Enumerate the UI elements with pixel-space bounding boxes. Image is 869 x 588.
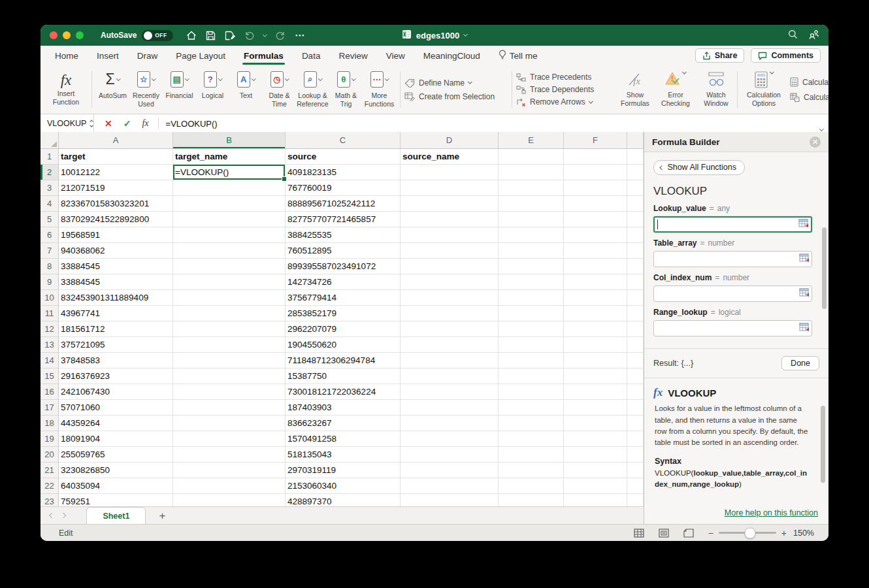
cell-partial[interactable] — [627, 353, 644, 368]
calculate-now-button[interactable]: Calculate Now — [790, 77, 828, 87]
cell-C20[interactable]: 518135043 — [286, 447, 401, 463]
cell-C12[interactable]: 2962207079 — [286, 321, 401, 337]
insert-function-icon[interactable]: fx — [142, 118, 148, 129]
cell-E10[interactable] — [499, 290, 564, 306]
cell-A2[interactable]: 10012122 — [59, 165, 173, 180]
calculation-options-button[interactable]: Calculation Options — [742, 71, 786, 107]
search-icon[interactable] — [788, 29, 798, 42]
cell-B20[interactable] — [173, 447, 286, 463]
cell-A14[interactable]: 37848583 — [59, 353, 173, 368]
cell-C15[interactable]: 15387750 — [286, 368, 401, 384]
formula-input[interactable]: =VLOOKUP() — [166, 119, 218, 129]
lookup-value-input[interactable] — [653, 216, 812, 233]
cell-E13[interactable] — [499, 337, 564, 353]
cell-D13[interactable] — [401, 337, 499, 353]
column-header-C[interactable]: C — [286, 132, 401, 149]
cell-partial[interactable] — [627, 290, 644, 306]
row-header-22[interactable]: 22 — [41, 478, 59, 494]
cell-C4[interactable]: 888895671025242112 — [286, 196, 401, 212]
cell-F7[interactable] — [564, 243, 627, 259]
cell-F14[interactable] — [564, 353, 627, 368]
row-header-16[interactable]: 16 — [41, 384, 59, 400]
ribbon-autosum-button[interactable]: ΣAutoSum — [96, 71, 129, 108]
row-header-1[interactable]: 1 — [41, 149, 59, 165]
cell-D20[interactable] — [401, 447, 499, 463]
cell-partial[interactable] — [627, 321, 644, 337]
presence-people-icon[interactable] — [808, 29, 819, 42]
trace-dependents-button[interactable]: Trace Dependents — [516, 85, 615, 94]
home-icon[interactable] — [186, 31, 197, 41]
cell-B11[interactable] — [173, 306, 286, 321]
cell-A18[interactable]: 44359264 — [59, 416, 173, 431]
ribbon-more-functions-button[interactable]: ⋯More Functions — [363, 71, 396, 108]
cell-E9[interactable] — [499, 274, 564, 290]
row-header-20[interactable]: 20 — [41, 447, 59, 463]
cell-E19[interactable] — [499, 431, 564, 447]
cell-B18[interactable] — [173, 416, 286, 431]
zoom-slider-thumb[interactable] — [745, 527, 756, 538]
cell-A22[interactable]: 64035094 — [59, 478, 173, 494]
create-from-selection-button[interactable]: Create from Selection — [404, 92, 508, 101]
cell-partial[interactable] — [627, 368, 644, 384]
zoom-in-button[interactable]: + — [781, 528, 787, 538]
cell-D16[interactable] — [401, 384, 499, 400]
cell-B4[interactable] — [173, 196, 286, 212]
row-header-3[interactable]: 3 — [41, 180, 59, 196]
row-header-8[interactable]: 8 — [41, 259, 59, 274]
cell-partial[interactable] — [627, 212, 644, 227]
cell-C3[interactable]: 767760019 — [286, 180, 401, 196]
cell-E12[interactable] — [499, 321, 564, 337]
cell-B7[interactable] — [173, 243, 286, 259]
panel-scrollbar[interactable] — [822, 227, 827, 309]
cell-reference-icon[interactable] — [799, 288, 810, 300]
cell-E15[interactable] — [499, 368, 564, 384]
cell-C7[interactable]: 760512895 — [286, 243, 401, 259]
cell-F3[interactable] — [564, 180, 627, 196]
next-sheet-icon[interactable] — [61, 513, 67, 519]
cell-B15[interactable] — [173, 368, 286, 384]
cell-D12[interactable] — [401, 321, 499, 337]
column-header-partial[interactable] — [627, 132, 644, 149]
cell-partial[interactable] — [627, 463, 644, 478]
cell-F6[interactable] — [564, 227, 627, 243]
cell-A17[interactable]: 57071060 — [59, 400, 173, 416]
cell-C21[interactable]: 2970319119 — [286, 463, 401, 478]
cell-F1[interactable] — [564, 149, 627, 165]
cell-F22[interactable] — [564, 478, 627, 494]
tab-draw[interactable]: Draw — [137, 46, 158, 65]
cell-E17[interactable] — [499, 400, 564, 416]
row-header-2[interactable]: 2 — [41, 165, 59, 180]
cell-C8[interactable]: 899395587023491072 — [286, 259, 401, 274]
show-all-functions-button[interactable]: Show All Functions — [653, 160, 745, 175]
cell-partial[interactable] — [627, 447, 644, 463]
cell-D18[interactable] — [401, 416, 499, 431]
cell-A3[interactable]: 212071519 — [59, 180, 173, 196]
cell-F18[interactable] — [564, 416, 627, 431]
cell-E11[interactable] — [499, 306, 564, 321]
row-header-13[interactable]: 13 — [41, 337, 59, 353]
cell-B13[interactable] — [173, 337, 286, 353]
cell-F13[interactable] — [564, 337, 627, 353]
cell-C10[interactable]: 3756779414 — [286, 290, 401, 306]
save-icon[interactable] — [206, 31, 216, 41]
cell-E14[interactable] — [499, 353, 564, 368]
zoom-slider[interactable] — [719, 532, 776, 534]
cell-C2[interactable]: 4091823135 — [286, 165, 401, 180]
cell-D9[interactable] — [401, 274, 499, 290]
cell-F10[interactable] — [564, 290, 627, 306]
cell-F12[interactable] — [564, 321, 627, 337]
row-header-4[interactable]: 4 — [41, 196, 59, 212]
cell-A5[interactable]: 837029241522892800 — [59, 212, 173, 227]
column-header-E[interactable]: E — [499, 132, 564, 149]
cell-reference-icon[interactable] — [798, 219, 809, 231]
cell-C17[interactable]: 187403903 — [286, 400, 401, 416]
zoom-window-button[interactable] — [76, 31, 84, 39]
ribbon-financial-button[interactable]: ▤Financial — [163, 71, 196, 108]
cell-B21[interactable] — [173, 463, 286, 478]
cell-B23[interactable] — [173, 494, 286, 506]
cell-partial[interactable] — [627, 227, 644, 243]
share-button[interactable]: Share — [695, 48, 745, 63]
cell-partial[interactable] — [627, 384, 644, 400]
cell-C18[interactable]: 836623267 — [286, 416, 401, 431]
cell-E20[interactable] — [499, 447, 564, 463]
